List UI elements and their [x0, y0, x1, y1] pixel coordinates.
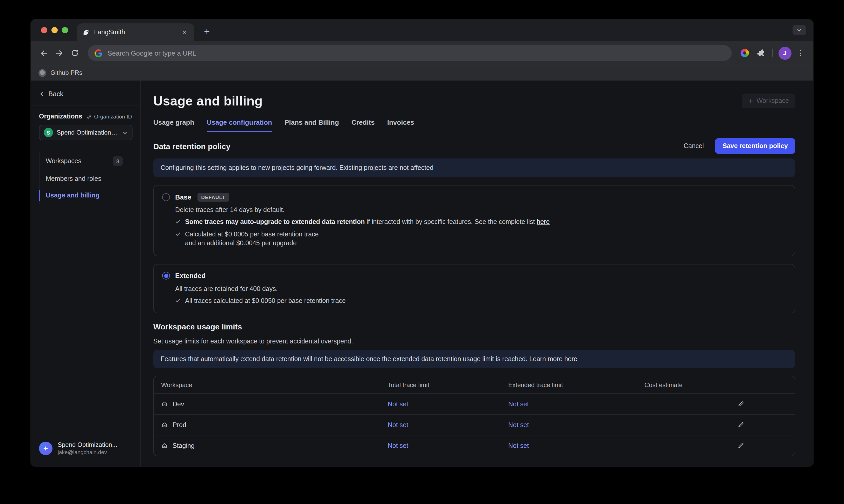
add-workspace-button[interactable]: Workspace — [741, 93, 795, 108]
langsmith-app: Back Organizations Organization ID S Spe… — [31, 80, 813, 467]
sidebar-nav: Workspaces 3 Members and roles Usage and… — [39, 152, 140, 204]
page-tabs: Usage graph Usage configuration Plans an… — [153, 119, 795, 132]
limits-heading: Workspace usage limits — [153, 322, 795, 331]
maximize-window-button[interactable] — [62, 27, 68, 33]
base-radio[interactable] — [162, 193, 170, 201]
sidebar-user[interactable]: Spend Optimization... jake@langchain.dev — [31, 434, 140, 467]
user-name: Spend Optimization... — [58, 441, 117, 449]
back-button[interactable] — [36, 45, 51, 61]
main-content: Usage and billing Workspace Usage graph … — [141, 80, 813, 467]
browser-menu-kebab-icon[interactable]: ⋮ — [793, 45, 808, 61]
page-title: Usage and billing — [153, 93, 263, 109]
table-row-dev: Dev Not set Not set — [154, 394, 795, 414]
org-name: Spend Optimization Tu... — [57, 129, 119, 136]
sidebar-item-usage-and-billing[interactable]: Usage and billing — [39, 187, 140, 204]
chevron-down-icon — [122, 130, 128, 136]
workspace-icon — [161, 401, 168, 408]
limits-info-banner: Features that automatically extend data … — [153, 350, 795, 368]
org-avatar: S — [44, 128, 53, 137]
bookmark-github-prs[interactable]: Github PRs — [38, 69, 83, 77]
browser-tab[interactable]: LangSmith ✕ — [77, 23, 194, 41]
default-badge: DEFAULT — [197, 193, 229, 201]
base-label: Base — [175, 193, 191, 201]
link-icon — [86, 113, 92, 119]
tab-credits[interactable]: Credits — [351, 119, 375, 132]
check-icon — [175, 231, 181, 237]
plus-icon — [748, 98, 753, 104]
org-selector[interactable]: S Spend Optimization Tu... — [39, 125, 132, 140]
organization-id-link[interactable]: Organization ID — [86, 113, 132, 120]
extension-colorwheel-icon[interactable] — [737, 45, 753, 61]
user-avatar — [39, 442, 53, 455]
limits-description: Set usage limits for each workspace to p… — [153, 338, 795, 345]
complete-list-link[interactable]: here — [537, 218, 550, 226]
prod-extended-limit-link[interactable]: Not set — [508, 421, 644, 429]
browser-tabstrip: LangSmith ✕ + — [31, 19, 813, 41]
sidebar-item-members-and-roles[interactable]: Members and roles — [39, 170, 140, 187]
staging-total-limit-link[interactable]: Not set — [388, 442, 508, 449]
tab-usage-graph[interactable]: Usage graph — [153, 119, 194, 132]
langsmith-favicon-icon — [82, 28, 90, 36]
extended-radio[interactable] — [162, 272, 170, 280]
bookmarks-bar: Github PRs — [31, 65, 813, 80]
edit-pencil-icon[interactable] — [734, 418, 747, 432]
organizations-label: Organizations — [39, 113, 83, 120]
extensions-puzzle-icon[interactable] — [753, 45, 768, 61]
base-bullet-upgrade: Some traces may auto-upgrade to extended… — [175, 218, 786, 227]
check-icon — [175, 219, 181, 224]
base-description: Delete traces after 14 days by default. — [175, 206, 786, 214]
tab-plans-and-billing[interactable]: Plans and Billing — [285, 119, 339, 132]
address-bar[interactable]: Search Google or type a URL — [88, 45, 732, 61]
close-window-button[interactable] — [41, 27, 47, 33]
table-header-row: Workspace Total trace limit Extended tra… — [154, 376, 795, 394]
retention-heading: Data retention policy — [153, 142, 231, 150]
table-row-prod: Prod Not set Not set — [154, 414, 795, 435]
profile-avatar[interactable]: J — [777, 45, 793, 61]
github-favicon-icon — [38, 69, 46, 77]
address-placeholder: Search Google or type a URL — [108, 49, 196, 57]
browser-window: LangSmith ✕ + Search Google — [31, 19, 813, 467]
chevron-left-icon — [39, 91, 45, 97]
reload-button[interactable] — [67, 45, 83, 61]
forward-button[interactable] — [51, 45, 67, 61]
edit-pencil-icon[interactable] — [734, 439, 747, 453]
tab-usage-configuration[interactable]: Usage configuration — [207, 119, 272, 132]
cancel-button[interactable]: Cancel — [680, 139, 708, 153]
save-retention-policy-button[interactable]: Save retention policy — [715, 138, 795, 154]
user-email: jake@langchain.dev — [58, 449, 117, 456]
check-icon — [175, 298, 181, 303]
back-link[interactable]: Back — [31, 80, 140, 106]
browser-toolbar: Search Google or type a URL J ⋮ — [31, 41, 813, 65]
dev-extended-limit-link[interactable]: Not set — [508, 401, 644, 408]
back-label: Back — [48, 90, 64, 98]
sidebar: Back Organizations Organization ID S Spe… — [31, 80, 141, 467]
extended-label: Extended — [175, 272, 205, 280]
edit-pencil-icon[interactable] — [734, 397, 747, 411]
retention-info-banner: Configuring this setting applies to new … — [153, 159, 795, 177]
learn-more-link[interactable]: here — [564, 355, 577, 363]
staging-extended-limit-link[interactable]: Not set — [508, 442, 644, 449]
workspace-limits-table: Workspace Total trace limit Extended tra… — [153, 376, 795, 456]
extended-description: All traces are retained for 400 days. — [175, 285, 786, 292]
retention-option-extended[interactable]: Extended All traces are retained for 400… — [153, 264, 795, 313]
tab-list-chevron-button[interactable] — [793, 25, 806, 35]
toolbar-separator — [772, 49, 773, 57]
tab-invoices[interactable]: Invoices — [387, 119, 414, 132]
desktop: LangSmith ✕ + Search Google — [0, 0, 844, 504]
sidebar-item-workspaces[interactable]: Workspaces 3 — [39, 152, 140, 170]
tab-close-icon[interactable]: ✕ — [180, 28, 189, 37]
extended-bullet-pricing: All traces calculated at $0.0050 per bas… — [175, 296, 786, 306]
workspace-icon — [161, 422, 168, 428]
workspaces-count-badge: 3 — [113, 156, 123, 166]
table-row-staging: Staging Not set Not set — [154, 435, 795, 456]
retention-option-base[interactable]: Base DEFAULT Delete traces after 14 days… — [153, 185, 795, 256]
google-logo-icon — [94, 49, 102, 57]
new-tab-button[interactable]: + — [200, 24, 214, 39]
workspace-icon — [161, 443, 168, 449]
prod-total-limit-link[interactable]: Not set — [388, 421, 508, 429]
tab-title: LangSmith — [94, 29, 176, 36]
minimize-window-button[interactable] — [51, 27, 58, 33]
dev-total-limit-link[interactable]: Not set — [388, 401, 508, 408]
base-bullet-pricing: Calculated at $0.0005 per base retention… — [175, 230, 786, 248]
window-controls — [41, 27, 68, 33]
